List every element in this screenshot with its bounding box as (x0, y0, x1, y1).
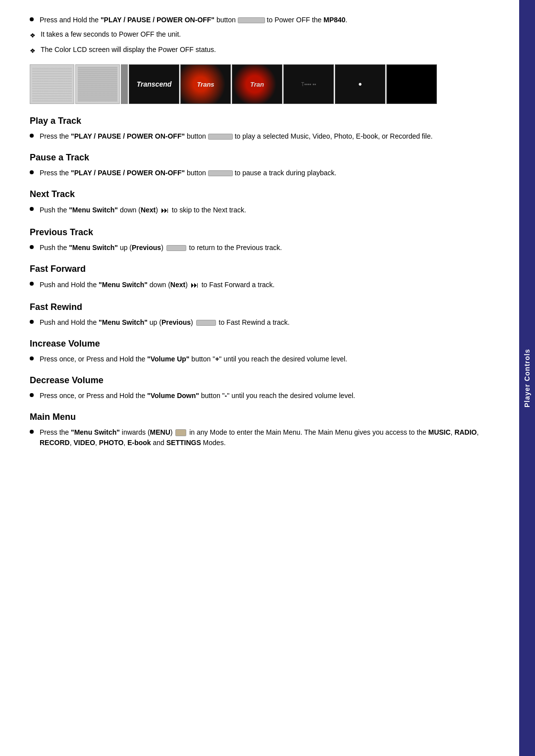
bullet-pause: Press the "PLAY / PAUSE / POWER ON-OFF" … (30, 168, 480, 178)
tran-label: Tran (250, 81, 264, 88)
heading-decrease-volume: Decrease Volume (30, 375, 480, 386)
heading-main-menu: Main Menu (30, 412, 480, 422)
transcend-label: Transcend (137, 80, 172, 88)
heading-pause-a-track: Pause a Track (30, 152, 480, 163)
pause-button-img (208, 170, 233, 176)
screen-img-2 (75, 64, 120, 104)
bullet-fr-text: Push and Hold the "Menu Switch" up (Prev… (40, 317, 480, 328)
bullet-next: Push the "Menu Switch" down (Next) ⏭ to … (30, 204, 480, 216)
bullet-previous: Push the "Menu Switch" up (Previous) to … (30, 243, 480, 253)
heading-fast-forward: Fast Forward (30, 264, 480, 274)
image-strip: Transcend Trans Tran T•••• •• • (30, 64, 480, 104)
bullet-main-menu: Press the "Menu Switch" inwards (MENU) i… (30, 427, 480, 448)
next-track-icon: ⏭ (161, 204, 169, 216)
bullet-play-text: Press the "PLAY / PAUSE / POWER ON-OFF" … (40, 131, 480, 142)
bullet-circle-vol-down (30, 393, 34, 397)
bullet-next-text: Push the "Menu Switch" down (Next) ⏭ to … (40, 204, 480, 216)
bullet-lcd: ❖ The Color LCD screen will display the … (30, 45, 480, 56)
small-label: T•••• •• (301, 82, 316, 87)
ff-icon: ⏭ (191, 279, 199, 291)
bullet-circle-previous (30, 245, 34, 249)
screen-img-1 (30, 64, 74, 104)
trans-label: Trans (197, 81, 214, 88)
screen-black (386, 64, 437, 104)
screen-trans: Trans (180, 64, 231, 104)
diamond-icon-1: ❖ (30, 31, 36, 41)
bullet-seconds-text: It takes a few seconds to Power OFF the … (41, 29, 480, 40)
bullet-circle-icon (30, 17, 34, 21)
bullet-decrease-vol: Press once, or Press and Hold the "Volum… (30, 391, 480, 401)
bullet-fast-rewind: Push and Hold the "Menu Switch" up (Prev… (30, 317, 480, 328)
prev-track-icon (166, 245, 186, 251)
screen-gap (121, 64, 128, 104)
diamond-icon-2: ❖ (30, 46, 36, 56)
screen-transcend: Transcend (129, 64, 179, 104)
page-wrapper: Press and Hold the "PLAY / PAUSE / POWER… (0, 0, 535, 756)
bullet-circle-fr (30, 320, 34, 324)
menu-icon (175, 429, 186, 436)
bullet-vol-down-text: Press once, or Press and Hold the "Volum… (40, 391, 480, 401)
bullet-seconds: ❖ It takes a few seconds to Power OFF th… (30, 29, 480, 41)
bullet-lcd-text: The Color LCD screen will display the Po… (41, 45, 480, 55)
bullet-power-off: Press and Hold the "PLAY / PAUSE / POWER… (30, 15, 480, 25)
bullet-fast-forward: Push and Hold the "Menu Switch" down (Ne… (30, 279, 480, 291)
bullet-power-off-text: Press and Hold the "PLAY / PAUSE / POWER… (40, 15, 480, 25)
heading-play-a-track: Play a Track (30, 116, 480, 126)
side-tab-label: Player Controls (523, 349, 531, 407)
bullet-circle-pause (30, 170, 34, 174)
bullet-play: Press the "PLAY / PAUSE / POWER ON-OFF" … (30, 131, 480, 142)
screen-dot: • (335, 64, 385, 104)
screen-tran: Tran (232, 64, 282, 104)
screen-small: T•••• •• (283, 64, 334, 104)
fr-icon (196, 320, 216, 326)
dot-label: • (358, 79, 362, 90)
power-button-img (238, 17, 265, 23)
player-controls-tab: Player Controls (519, 0, 535, 756)
heading-increase-volume: Increase Volume (30, 339, 480, 349)
bullet-increase-vol: Press once, or Press and Hold the "Volum… (30, 354, 480, 364)
bullet-previous-text: Push the "Menu Switch" up (Previous) to … (40, 243, 480, 253)
bullet-circle-vol-up (30, 356, 34, 360)
bullet-circle-play (30, 134, 34, 138)
bullet-menu-text: Press the "Menu Switch" inwards (MENU) i… (40, 427, 480, 448)
bullet-circle-next (30, 207, 34, 211)
heading-next-track: Next Track (30, 189, 480, 200)
heading-fast-rewind: Fast Rewind (30, 302, 480, 312)
bullet-vol-up-text: Press once, or Press and Hold the "Volum… (40, 354, 480, 364)
bullet-pause-text: Press the "PLAY / PAUSE / POWER ON-OFF" … (40, 168, 480, 178)
bullet-circle-menu (30, 430, 34, 434)
play-button-img (208, 134, 233, 140)
bullet-ff-text: Push and Hold the "Menu Switch" down (Ne… (40, 279, 480, 291)
bullet-circle-ff (30, 282, 34, 286)
heading-previous-track: Previous Track (30, 227, 480, 238)
main-content: Press and Hold the "PLAY / PAUSE / POWER… (0, 0, 519, 756)
